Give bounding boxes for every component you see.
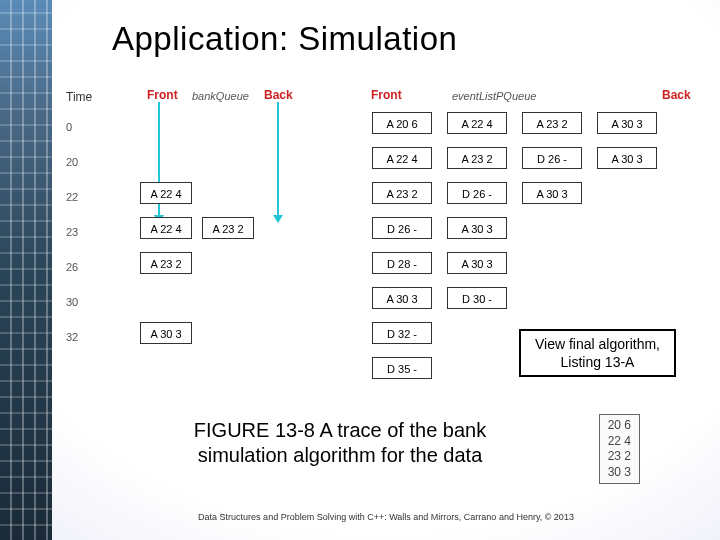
time-header: Time: [66, 90, 92, 104]
event-cell: A 30 3: [447, 252, 507, 274]
event-front-label: Front: [371, 88, 402, 102]
page-title: Application: Simulation: [112, 20, 457, 58]
bank-front-label: Front: [147, 88, 178, 102]
slide-content: Application: Simulation Time 02022232630…: [52, 0, 720, 540]
event-queue-label: eventListPQueue: [452, 90, 536, 102]
input-data-row: 20 6: [608, 418, 631, 434]
event-cell: A 30 3: [372, 287, 432, 309]
bank-cell: A 23 2: [140, 252, 192, 274]
table-row: A 22 4A 23 2D 26 -A 30 3: [52, 182, 720, 210]
bank-cell: A 22 4: [140, 182, 192, 204]
link-line2: Listing 13-A: [535, 353, 660, 371]
event-cell: A 20 6: [372, 112, 432, 134]
figure-caption: FIGURE 13-8 A trace of the bank simulati…: [150, 418, 530, 468]
table-row: A 20 6A 22 4A 23 2A 30 3: [52, 112, 720, 140]
event-cell: A 22 4: [447, 112, 507, 134]
event-cell: A 30 3: [597, 147, 657, 169]
table-row: A 23 2D 28 -A 30 3: [52, 252, 720, 280]
bank-queue-label: bankQueue: [192, 90, 249, 102]
event-cell: D 30 -: [447, 287, 507, 309]
table-row: A 22 4A 23 2D 26 -A 30 3: [52, 217, 720, 245]
copyright-footer: Data Structures and Problem Solving with…: [52, 512, 720, 522]
event-cell: A 30 3: [597, 112, 657, 134]
bank-back-label: Back: [264, 88, 293, 102]
bank-cell: A 30 3: [140, 322, 192, 344]
table-row: A 22 4A 23 2D 26 -A 30 3: [52, 147, 720, 175]
event-cell: D 26 -: [372, 217, 432, 239]
event-cell: A 23 2: [447, 147, 507, 169]
event-cell: A 30 3: [447, 217, 507, 239]
input-data-row: 22 4: [608, 434, 631, 450]
event-cell: A 22 4: [372, 147, 432, 169]
view-algorithm-button[interactable]: View final algorithm, Listing 13-A: [519, 329, 676, 377]
event-back-label: Back: [662, 88, 691, 102]
event-cell: D 35 -: [372, 357, 432, 379]
event-cell: A 30 3: [522, 182, 582, 204]
event-cell: D 28 -: [372, 252, 432, 274]
input-data-row: 30 3: [608, 465, 631, 481]
link-line1: View final algorithm,: [535, 335, 660, 353]
bank-cell: A 22 4: [140, 217, 192, 239]
event-cell: D 26 -: [522, 147, 582, 169]
bank-cell: A 23 2: [202, 217, 254, 239]
event-cell: A 23 2: [372, 182, 432, 204]
input-data-box: 20 6 22 4 23 2 30 3: [599, 414, 640, 484]
event-cell: A 23 2: [522, 112, 582, 134]
input-data-row: 23 2: [608, 449, 631, 465]
event-cell: D 26 -: [447, 182, 507, 204]
event-cell: D 32 -: [372, 322, 432, 344]
table-row: A 30 3D 30 -: [52, 287, 720, 315]
